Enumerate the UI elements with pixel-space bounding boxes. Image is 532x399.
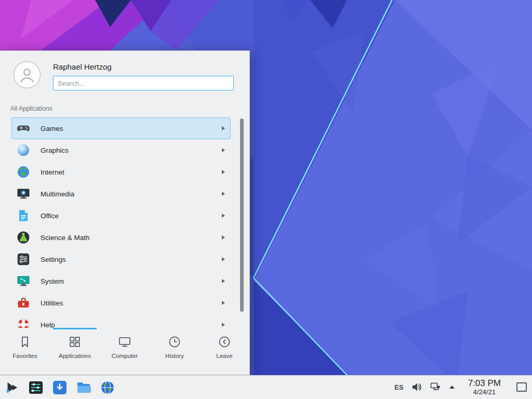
chevron-right-icon [222, 301, 225, 305]
system-tray: ES 7:03 PM 4/24/21 [394, 378, 529, 396]
category-label: Multimedia [41, 190, 74, 198]
chevron-right-icon [222, 214, 225, 218]
category-office[interactable]: Office [11, 205, 231, 227]
help-icon [17, 318, 30, 328]
expand-tray-icon[interactable] [449, 385, 455, 389]
tab-label: Computer [112, 353, 138, 359]
chevron-right-icon [222, 192, 225, 196]
category-utilities[interactable]: Utilities [11, 292, 231, 314]
tab-leave[interactable]: Leave [200, 328, 249, 375]
file-manager-icon[interactable] [76, 380, 91, 395]
terminal-icon[interactable] [28, 380, 44, 395]
category-label: System [41, 277, 64, 285]
category-list: Games Graphics [0, 117, 249, 328]
leave-icon [218, 335, 231, 349]
chevron-right-icon [222, 323, 225, 327]
category-label: Games [41, 125, 63, 132]
category-label: Help [41, 321, 55, 328]
category-label: Settings [41, 256, 66, 263]
tab-label: History [165, 353, 184, 359]
category-settings[interactable]: Settings [11, 248, 231, 270]
history-icon [168, 335, 181, 349]
software-center-icon[interactable] [52, 380, 68, 395]
category-label: Internet [41, 168, 64, 176]
category-label: Utilities [41, 299, 63, 307]
chevron-right-icon [222, 126, 225, 130]
favorites-icon [18, 335, 32, 349]
keyboard-layout-indicator[interactable]: ES [394, 383, 403, 391]
games-icon [17, 122, 30, 135]
launcher-tab-bar: Favorites Applications Computer [0, 328, 249, 375]
tab-favorites[interactable]: Favorites [0, 328, 50, 375]
chevron-right-icon [222, 257, 225, 261]
launcher-header: Raphael Hertzog [0, 51, 249, 91]
internet-icon [17, 165, 30, 179]
tab-label: Favorites [12, 353, 37, 359]
category-science-math[interactable]: Science & Math [11, 227, 231, 248]
clock-time: 7:03 PM [468, 378, 501, 389]
application-launcher-popup: Raphael Hertzog All Applications Games [0, 50, 250, 375]
digital-clock[interactable]: 7:03 PM 4/24/21 [468, 378, 501, 396]
science-math-icon [17, 231, 30, 244]
taskbar: ES 7:03 PM 4/24/21 [0, 375, 532, 399]
category-graphics[interactable]: Graphics [11, 139, 231, 161]
category-system[interactable]: System [11, 270, 231, 292]
network-icon[interactable] [430, 381, 441, 393]
system-icon [17, 274, 30, 288]
category-internet[interactable]: Internet [11, 161, 231, 183]
applications-icon [68, 335, 82, 349]
section-label-all-applications: All Applications [10, 105, 249, 113]
category-games[interactable]: Games [11, 117, 231, 139]
tab-label: Applications [59, 353, 91, 359]
user-avatar[interactable] [14, 61, 41, 88]
show-desktop-button[interactable] [516, 382, 527, 392]
category-multimedia[interactable]: Multimedia [11, 183, 231, 205]
tab-applications[interactable]: Applications [50, 328, 100, 375]
tab-label: Leave [216, 353, 232, 359]
graphics-icon [17, 143, 30, 157]
category-label: Graphics [41, 147, 69, 154]
chevron-right-icon [222, 279, 225, 283]
chevron-right-icon [222, 148, 225, 152]
tab-computer[interactable]: Computer [100, 328, 150, 375]
utilities-icon [17, 296, 30, 310]
office-icon [17, 209, 30, 222]
scrollbar-thumb[interactable] [240, 118, 244, 312]
tab-history[interactable]: History [150, 328, 200, 375]
search-input[interactable] [53, 76, 234, 90]
app-launcher-icon[interactable] [4, 380, 20, 395]
user-name: Raphael Hertzog [53, 62, 234, 71]
user-icon [18, 66, 36, 84]
category-help[interactable]: Help [11, 314, 231, 328]
multimedia-icon [17, 187, 30, 201]
clock-date: 4/24/21 [468, 389, 501, 396]
settings-icon [17, 252, 30, 266]
category-label: Office [41, 212, 59, 220]
computer-icon [118, 335, 131, 349]
header-right: Raphael Hertzog [53, 61, 234, 91]
taskbar-app-icons [4, 380, 115, 395]
category-label: Science & Math [41, 234, 90, 242]
chevron-right-icon [222, 170, 225, 174]
volume-icon[interactable] [411, 381, 422, 393]
browser-icon[interactable] [100, 380, 115, 395]
chevron-right-icon [222, 235, 225, 240]
